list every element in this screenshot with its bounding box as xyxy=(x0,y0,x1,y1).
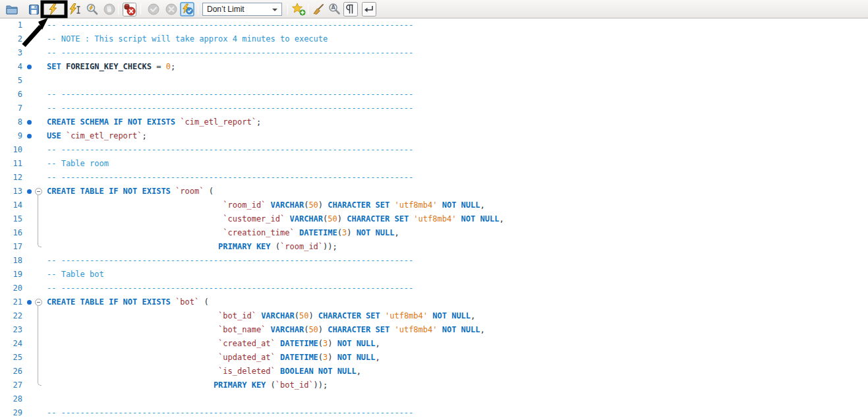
line-number: 4 xyxy=(0,60,22,74)
fold-collapse-icon[interactable] xyxy=(35,299,42,306)
gutter xyxy=(22,365,47,378)
gutter xyxy=(22,295,47,309)
code-area[interactable]: 1-- ------------------------------------… xyxy=(0,18,868,420)
gutter xyxy=(22,115,47,129)
toolbar-separator xyxy=(308,4,308,15)
toolbar-separator xyxy=(118,4,119,15)
commit-check-icon xyxy=(148,3,159,15)
fold-guide-line xyxy=(38,195,42,247)
code-line[interactable]: 15 `customer_id` VARCHAR(50) CHARACTER S… xyxy=(0,212,868,226)
code-text: -- -------------------------------------… xyxy=(47,282,413,295)
stop-execution-button[interactable] xyxy=(101,1,117,17)
code-line[interactable]: 19-- Table bot xyxy=(0,268,868,282)
code-text: `creation_time` DATETIME(3) NOT NULL, xyxy=(47,226,399,240)
toggle-stop-on-error-button[interactable] xyxy=(121,1,137,17)
toolbar-separator xyxy=(287,4,288,15)
code-line[interactable]: 28 xyxy=(0,392,868,406)
code-text: PRIMARY KEY (`room_id`)); xyxy=(47,240,337,254)
code-line[interactable]: 13CREATE TABLE IF NOT EXISTS `room` ( xyxy=(0,185,868,198)
sql-editor[interactable]: 1-- ------------------------------------… xyxy=(0,18,868,420)
code-text: -- -------------------------------------… xyxy=(47,143,413,157)
code-line[interactable]: 5 xyxy=(0,74,868,88)
code-line[interactable]: 26 `is_deleted` BOOLEAN NOT NULL, xyxy=(0,365,868,378)
code-line[interactable]: 3-- ------------------------------------… xyxy=(0,46,868,60)
gutter xyxy=(22,157,47,171)
code-text: `bot_name` VARCHAR(50) CHARACTER SET 'ut… xyxy=(47,323,485,337)
code-line[interactable]: 14 `room_id` VARCHAR(50) CHARACTER SET '… xyxy=(0,198,868,212)
code-text: CREATE TABLE IF NOT EXISTS `room` ( xyxy=(47,185,214,198)
code-line[interactable]: 22 `bot_id` VARCHAR(50) CHARACTER SET 'u… xyxy=(0,309,868,323)
code-line[interactable]: 10-- -----------------------------------… xyxy=(0,143,868,157)
code-text: `is_deleted` BOOLEAN NOT NULL, xyxy=(47,365,361,378)
toggle-invisible-characters-button[interactable] xyxy=(343,1,359,17)
line-number: 11 xyxy=(0,157,22,171)
code-line[interactable]: 27 PRIMARY KEY (`bot_id`)); xyxy=(0,378,868,392)
line-number: 5 xyxy=(0,74,22,88)
line-number: 6 xyxy=(0,88,22,102)
code-line[interactable]: 4SET FOREIGN_KEY_CHECKS = 0; xyxy=(0,60,868,74)
limit-rows-dropdown[interactable]: Don’t Limit xyxy=(202,3,282,16)
code-text: USE `cim_etl_report`; xyxy=(47,129,147,143)
code-line[interactable]: 6-- ------------------------------------… xyxy=(0,88,868,102)
code-line[interactable]: 18-- -----------------------------------… xyxy=(0,254,868,268)
code-text: -- NOTE : This script will take approx 4… xyxy=(47,32,328,46)
code-line[interactable]: 25 `updated_at` DATETIME(3) NOT NULL, xyxy=(0,351,868,365)
toggle-word-wrap-button[interactable] xyxy=(361,1,377,17)
line-number: 2 xyxy=(0,32,22,46)
toolbar-separator xyxy=(140,4,141,15)
code-text: -- -------------------------------------… xyxy=(47,102,413,115)
line-number: 14 xyxy=(0,198,22,212)
code-line[interactable]: 21CREATE TABLE IF NOT EXISTS `bot` ( xyxy=(0,295,868,309)
execute-script-button[interactable] xyxy=(45,1,61,17)
fold-collapse-icon[interactable] xyxy=(35,188,42,195)
save-script-button[interactable] xyxy=(26,1,42,17)
explain-plan-button[interactable] xyxy=(84,1,100,17)
code-text: CREATE SCHEMA IF NOT EXISTS `cim_etl_rep… xyxy=(47,115,261,129)
code-line[interactable]: 16 `creation_time` DATETIME(3) NOT NULL, xyxy=(0,226,868,240)
code-line[interactable]: 24 `created_at` DATETIME(3) NOT NULL, xyxy=(0,337,868,351)
wrap-return-arrow-icon xyxy=(362,2,376,16)
code-line[interactable]: 8CREATE SCHEMA IF NOT EXISTS `cim_etl_re… xyxy=(0,115,868,129)
stop-hand-icon xyxy=(103,3,115,15)
code-text: `updated_at` DATETIME(3) NOT NULL, xyxy=(47,351,380,365)
code-line[interactable]: 20-- -----------------------------------… xyxy=(0,282,868,295)
code-line[interactable]: 2-- NOTE : This script will take approx … xyxy=(0,32,868,46)
code-line[interactable]: 9USE `cim_etl_report`; xyxy=(0,129,868,143)
find-magnifier-icon: A xyxy=(328,3,341,16)
beautify-script-button[interactable] xyxy=(310,1,326,17)
line-number: 3 xyxy=(0,46,22,60)
save-icon xyxy=(28,4,40,15)
code-line[interactable]: 29-- -----------------------------------… xyxy=(0,406,868,420)
commit-button[interactable] xyxy=(146,1,161,17)
line-number: 15 xyxy=(0,212,22,226)
code-text: -- Table room xyxy=(47,157,109,171)
line-number: 19 xyxy=(0,268,22,282)
execute-lightning-icon xyxy=(47,3,58,15)
rollback-button[interactable] xyxy=(163,1,179,17)
open-script-button[interactable] xyxy=(4,1,20,17)
svg-text:A: A xyxy=(331,5,335,11)
toggle-autocommit-button[interactable] xyxy=(179,1,195,17)
line-number: 26 xyxy=(0,365,22,378)
find-panel-button[interactable]: A xyxy=(327,1,343,17)
execute-current-statement-button[interactable] xyxy=(67,1,82,17)
gutter xyxy=(22,88,47,102)
code-text: PRIMARY KEY (`bot_id`)); xyxy=(47,378,328,392)
code-text: -- -------------------------------------… xyxy=(47,254,413,268)
code-text: -- -------------------------------------… xyxy=(47,88,413,102)
gutter xyxy=(22,129,47,143)
gutter xyxy=(22,226,47,240)
code-line[interactable]: 1-- ------------------------------------… xyxy=(0,18,868,32)
code-line[interactable]: 12-- -----------------------------------… xyxy=(0,171,868,185)
line-number: 25 xyxy=(0,351,22,365)
code-line[interactable]: 17 PRIMARY KEY (`room_id`)); xyxy=(0,240,868,254)
explain-magnifier-lightning-icon xyxy=(86,3,99,16)
code-line[interactable]: 23 `bot_name` VARCHAR(50) CHARACTER SET … xyxy=(0,323,868,337)
code-line[interactable]: 11-- Table room xyxy=(0,157,868,171)
code-text: SET FOREIGN_KEY_CHECKS = 0; xyxy=(47,60,175,74)
code-line[interactable]: 7-- ------------------------------------… xyxy=(0,102,868,115)
autocommit-icon xyxy=(180,2,194,16)
line-number: 16 xyxy=(0,226,22,240)
save-snippet-button[interactable] xyxy=(291,1,306,17)
gutter xyxy=(22,351,47,365)
